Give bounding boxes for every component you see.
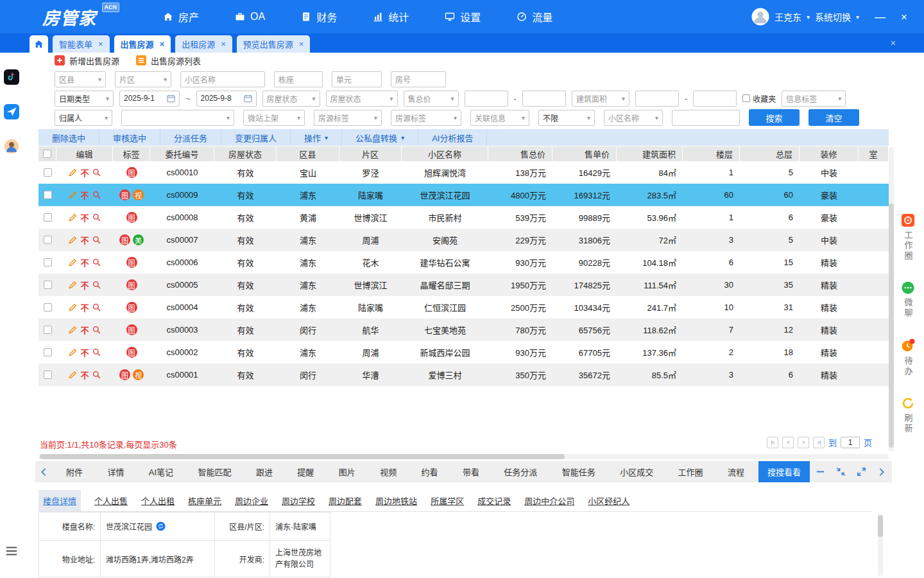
tab-4[interactable]: 预览出售房源× (237, 35, 311, 53)
blue-app-icon[interactable] (4, 104, 19, 119)
panel-tab-reminders[interactable]: 提醒 (297, 466, 314, 478)
subtab-nearby-facilities[interactable]: 周边配套 (329, 495, 362, 507)
panel-tab-follow-up[interactable]: 跟进 (256, 466, 273, 478)
expand-panel-icon[interactable] (851, 467, 871, 477)
edit-pencil-icon[interactable] (68, 213, 78, 222)
change-owner-button[interactable]: 变更归属人 (221, 129, 291, 146)
panel-scroll-right-arrow[interactable] (871, 468, 892, 477)
filter-district[interactable]: 区县▾ (55, 71, 106, 87)
panel-tab-ai-notes[interactable]: AI笔记 (149, 466, 173, 478)
panel-tab-community-deals[interactable]: 小区成交 (620, 466, 653, 478)
column-header-tags[interactable]: 标签 (113, 146, 150, 161)
nav-settings[interactable]: 设置 (445, 9, 481, 24)
tab-close-icon[interactable]: × (160, 39, 165, 49)
column-header-district[interactable]: 区县 (277, 146, 339, 161)
panel-tab-attachments[interactable]: 附件 (66, 466, 83, 478)
column-header-building-area[interactable]: 建筑面积 (617, 146, 683, 161)
view-magnifier-icon[interactable] (92, 280, 101, 290)
filter-owner[interactable]: 归属人▾ (55, 110, 112, 126)
subtab-community-agents[interactable]: 小区经纪人 (588, 495, 629, 507)
clear-button[interactable]: 清空 (809, 109, 859, 126)
panel-tab-task-assign[interactable]: 任务分派 (504, 466, 537, 478)
panel-scroll-left-arrow[interactable] (35, 468, 52, 477)
forbid-icon[interactable]: 不 (80, 189, 89, 201)
column-header-total-price[interactable]: 售总价 (488, 146, 552, 161)
panel-tab-showings[interactable]: 带看 (463, 466, 479, 478)
filter-house-status-2[interactable]: 房屋状态▾ (326, 91, 398, 107)
close-button[interactable]: × (901, 12, 907, 22)
column-header-floor[interactable]: 楼层 (683, 146, 740, 161)
panel-tab-appointments[interactable]: 约看 (422, 466, 438, 478)
filter-price-max[interactable] (522, 91, 566, 107)
row-checkbox[interactable] (44, 281, 52, 289)
panel-tab-details[interactable]: 详情 (107, 466, 124, 478)
subtab-nearby-metro[interactable]: 周边地铁站 (375, 495, 417, 507)
panel-tab-photos[interactable]: 图片 (339, 466, 355, 478)
table-row-cs00005[interactable]: 不图cs00005有效浦东世博滨江晶耀名邸三期1950万元174825元111.… (38, 274, 889, 296)
detail-vertical-scrollbar[interactable] (878, 514, 883, 575)
review-selected-button[interactable]: 审核选中 (99, 129, 160, 146)
forbid-icon[interactable]: 不 (80, 166, 89, 179)
filter-unit[interactable]: 单元 (332, 71, 382, 87)
edit-pencil-icon[interactable] (68, 302, 78, 312)
row-checkbox[interactable] (44, 191, 52, 199)
subtab-block-unit[interactable]: 栋座单元 (188, 495, 221, 507)
table-horizontal-scrollbar[interactable] (38, 454, 889, 459)
filter-house-status[interactable]: 房屋状态▾ (262, 91, 320, 107)
filter-area[interactable]: 片区▾ (115, 71, 171, 87)
dock-refresh[interactable]: 刷新 (901, 396, 915, 434)
edit-pencil-icon[interactable] (68, 325, 78, 335)
forbid-icon[interactable]: 不 (80, 346, 89, 358)
filter-total-price[interactable]: 售总价▾ (404, 91, 459, 107)
view-magnifier-icon[interactable] (92, 213, 101, 222)
table-row-cs00002[interactable]: 不图cs00002有效浦东周浦新城西岸公园930万元67705元137.36㎡2… (38, 341, 889, 363)
edit-pencil-icon[interactable] (68, 168, 78, 177)
contact-avatar-icon[interactable] (4, 139, 19, 154)
scrollbar-thumb[interactable] (889, 204, 894, 448)
next-page-button[interactable]: > (798, 437, 809, 448)
tab-2[interactable]: 出售房源× (114, 35, 171, 53)
tab-close-icon[interactable]: × (98, 39, 103, 49)
view-magnifier-icon[interactable] (92, 370, 101, 380)
edit-pencil-icon[interactable] (68, 258, 78, 267)
view-magnifier-icon[interactable] (92, 168, 101, 177)
nav-property[interactable]: 房产 (163, 9, 199, 24)
row-checkbox[interactable] (44, 371, 52, 379)
table-row-cs00001[interactable]: 不图视cs00001有效闵行华漕爱博三村350万元35672元85.5㎡36精装 (38, 363, 889, 386)
view-magnifier-icon[interactable] (92, 258, 101, 267)
filter-listing-tag-2[interactable]: 房源标签▾ (391, 110, 461, 126)
tab-1[interactable]: 智能表单× (53, 35, 110, 53)
panel-tab-work-circle[interactable]: 工作圈 (678, 466, 703, 478)
view-magnifier-icon[interactable] (92, 347, 101, 357)
dock-work-circle[interactable]: 工作圈 (901, 213, 915, 261)
desktop-menu-icon[interactable] (5, 545, 18, 557)
filter-unlimited[interactable]: 不限▾ (538, 110, 595, 126)
table-row-cs00006[interactable]: 不图cs00006有效浦东花木建华钻石公寓930万元90228元104.18㎡6… (38, 251, 889, 274)
table-row-cs00004[interactable]: 不图cs00004有效浦东陆家嘴仁恒滨江园2500万元103434元241.7㎡… (38, 296, 889, 319)
tab-close-icon[interactable]: × (299, 39, 304, 49)
forbid-icon[interactable]: 不 (80, 301, 89, 313)
column-header-edit[interactable]: 编辑 (56, 146, 113, 161)
delete-selected-button[interactable]: 删除选中 (38, 129, 99, 146)
filter-favorites[interactable]: 收藏夹 (742, 93, 776, 104)
filter-date-type[interactable]: 日期类型▾ (55, 91, 114, 107)
row-checkbox[interactable] (44, 348, 52, 356)
filter-keyword[interactable] (672, 110, 740, 126)
filter-info-tag[interactable]: 信息标签▾ (782, 91, 846, 107)
edit-pencil-icon[interactable] (68, 190, 78, 200)
row-checkbox[interactable] (44, 168, 52, 177)
scrollbar-thumb[interactable] (878, 515, 883, 537)
column-header-total-floors[interactable]: 总层 (740, 146, 800, 161)
filter-date-to[interactable]: 2025-9-8 (196, 91, 257, 107)
tiktok-app-icon[interactable] (4, 69, 19, 85)
nav-statistics[interactable]: 统计 (373, 9, 409, 24)
column-header-community[interactable]: 小区名称 (402, 146, 488, 161)
tab-close-icon[interactable]: × (221, 39, 226, 49)
filter-area-max[interactable] (693, 91, 737, 107)
last-page-button[interactable]: >| (813, 437, 825, 448)
search-button[interactable]: 搜索 (749, 109, 800, 126)
table-row-cs00009[interactable]: 不图视cs00009有效浦东陆家嘴世茂滨江花园4800万元169312元283.… (38, 184, 889, 206)
subtab-personal-sale[interactable]: 个人出售 (94, 495, 128, 507)
table-row-cs00003[interactable]: 不图cs00003有效闵行航华七宝美地苑780万元65756元118.62㎡71… (38, 319, 889, 341)
table-vertical-scrollbar[interactable] (889, 147, 894, 451)
